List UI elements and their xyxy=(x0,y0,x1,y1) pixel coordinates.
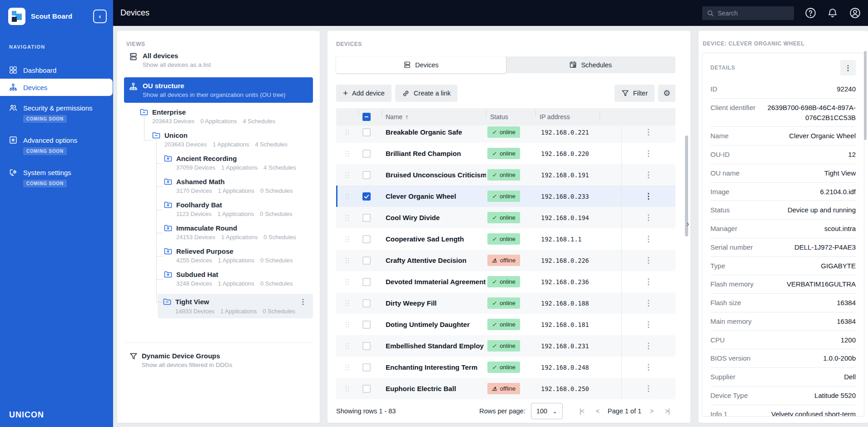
row-kebab-icon[interactable]: ⋮ xyxy=(621,164,675,186)
device-row[interactable]: Enchanting Interesting Term online 192.1… xyxy=(336,357,675,378)
row-checkbox[interactable] xyxy=(362,214,371,222)
drag-handle[interactable] xyxy=(336,215,358,221)
last-page-button[interactable]: >| xyxy=(659,407,675,415)
column-header-ip[interactable]: IP address xyxy=(536,113,600,121)
device-row[interactable]: Devoted Immaterial Agreement online 192.… xyxy=(336,271,675,292)
row-checkbox[interactable] xyxy=(362,235,371,243)
sidebar-collapse-button[interactable]: ‹ xyxy=(93,10,107,23)
folder-icon[interactable] xyxy=(164,178,172,186)
row-checkbox[interactable] xyxy=(362,256,371,265)
help-icon[interactable] xyxy=(804,7,816,19)
search-input[interactable] xyxy=(718,10,789,17)
ou-tree-node[interactable]: Immaculate Round 24153 Devices1 Applicat… xyxy=(164,224,313,241)
tab-devices[interactable]: Devices xyxy=(336,56,506,73)
device-row[interactable]: Crafty Attentive Decision offline 192.16… xyxy=(336,250,675,271)
device-row[interactable]: Euphoric Electric Ball offline 192.168.0… xyxy=(336,378,675,399)
rows-per-page-select[interactable]: 100 ⌄ xyxy=(531,403,563,419)
row-checkbox[interactable] xyxy=(362,278,371,286)
row-kebab-icon[interactable]: ⋮ xyxy=(621,143,675,164)
row-checkbox[interactable] xyxy=(362,128,371,136)
row-checkbox[interactable] xyxy=(362,192,371,201)
ou-tree-node[interactable]: Enterprise 203643 Devices0 Applications4… xyxy=(140,108,313,125)
row-checkbox[interactable] xyxy=(362,321,371,329)
folder-icon[interactable] xyxy=(163,298,171,306)
device-row[interactable]: Embellished Standard Employ online 192.1… xyxy=(336,335,675,357)
device-row[interactable]: Brilliant Red Champion online 192.168.0.… xyxy=(336,143,675,164)
add-device-button[interactable]: + Add device xyxy=(336,85,392,102)
row-kebab-icon[interactable]: ⋮ xyxy=(621,292,675,314)
drag-handle[interactable] xyxy=(336,151,358,156)
row-kebab-icon[interactable]: ⋮ xyxy=(621,378,675,399)
view-all-devices[interactable]: All devices Show all devices as a list xyxy=(124,47,313,73)
drag-handle[interactable] xyxy=(336,172,358,178)
row-kebab-icon[interactable]: ⋮ xyxy=(621,126,675,143)
next-page-button[interactable]: > xyxy=(644,407,659,415)
row-kebab-icon[interactable]: ⋮ xyxy=(621,186,675,207)
folder-icon[interactable] xyxy=(164,225,172,232)
sidebar-item-dashboard[interactable]: Dashboard xyxy=(0,61,113,79)
details-kebab-icon[interactable]: ⋮ xyxy=(840,60,856,75)
ou-tree-node[interactable]: Unicon 203643 Devices1 Applications4 Sch… xyxy=(152,131,313,148)
first-page-button[interactable]: |< xyxy=(574,407,590,415)
folder-icon[interactable] xyxy=(164,201,172,209)
ou-tree-node[interactable]: Subdued Hat 3248 Devices1 Applications0 … xyxy=(164,271,313,287)
device-row[interactable]: Clever Organic Wheel online 192.168.0.23… xyxy=(336,186,675,207)
folder-icon[interactable] xyxy=(164,155,172,162)
row-kebab-icon[interactable]: ⋮ xyxy=(621,335,675,357)
device-row[interactable]: Dirty Weepy Fill online 192.168.0.188 ⋮ xyxy=(336,292,675,314)
view-dynamic-device-groups[interactable]: Dynamic Device Groups Show all devices f… xyxy=(124,352,313,368)
row-kebab-icon[interactable]: ⋮ xyxy=(621,207,675,228)
kebab-menu-icon[interactable]: ⋮ xyxy=(298,297,308,306)
drag-handle[interactable] xyxy=(336,301,358,306)
ou-tree-node[interactable]: Ancient Recording 37059 Devices1 Applica… xyxy=(164,155,313,171)
drag-handle[interactable] xyxy=(336,365,358,370)
column-header-name[interactable]: Name↑ xyxy=(382,113,486,121)
account-icon[interactable] xyxy=(849,7,861,19)
drag-handle[interactable] xyxy=(336,279,358,285)
drag-handle[interactable] xyxy=(336,343,358,349)
row-checkbox[interactable] xyxy=(362,385,371,393)
device-row[interactable]: Breakable Organic Safe online 192.168.0.… xyxy=(336,126,675,143)
row-kebab-icon[interactable]: ⋮ xyxy=(621,357,675,378)
row-checkbox[interactable] xyxy=(362,171,371,179)
drag-handle[interactable] xyxy=(336,194,358,199)
table-settings-gear-icon[interactable]: ⚙ xyxy=(658,85,675,102)
ou-tree-node[interactable]: Ashamed Math 3170 Devices1 Applications0… xyxy=(164,178,313,194)
row-checkbox[interactable] xyxy=(362,342,371,350)
ou-tree-node[interactable]: Tight View ⋮ 14933 Devices1 Applications… xyxy=(158,294,313,318)
row-checkbox[interactable] xyxy=(362,363,371,372)
row-kebab-icon[interactable]: ⋮ xyxy=(621,250,675,271)
drag-handle[interactable] xyxy=(336,236,358,242)
device-row[interactable]: Bruised Unconscious Criticism online 192… xyxy=(336,164,675,186)
details-scrollbar[interactable] xyxy=(864,51,867,140)
row-kebab-icon[interactable]: ⋮ xyxy=(621,271,675,292)
row-kebab-icon[interactable]: ⋮ xyxy=(621,228,675,250)
notifications-bell-icon[interactable] xyxy=(827,7,838,19)
tab-schedules[interactable]: Schedules xyxy=(506,56,676,73)
device-row[interactable]: Cool Wiry Divide online 192.168.0.194 ⋮ xyxy=(336,207,675,228)
ou-tree-node[interactable]: Relieved Purpose 4255 Devices1 Applicati… xyxy=(164,247,313,264)
select-all-checkbox[interactable] xyxy=(362,113,371,121)
search-box[interactable] xyxy=(702,6,794,20)
sidebar-item-system-settings[interactable]: System settings COMING SOON xyxy=(0,164,113,193)
view-ou-structure[interactable]: OU structure Show all devices in their o… xyxy=(124,77,313,103)
device-row[interactable]: Cooperative Sad Length online 192.168.1.… xyxy=(336,228,675,250)
sidebar-item-security-permissions[interactable]: Security & permissions COMING SOON xyxy=(0,100,113,128)
panel-expander-chevron-icon[interactable]: › xyxy=(686,219,693,229)
sidebar-item-advanced-options[interactable]: Advanced options COMING SOON xyxy=(0,132,113,161)
sidebar-item-devices[interactable]: Devices xyxy=(0,79,113,96)
create-link-button[interactable]: Create a link xyxy=(395,85,457,102)
prev-page-button[interactable]: < xyxy=(590,407,605,415)
column-header-status[interactable]: Status xyxy=(486,113,536,121)
row-checkbox[interactable] xyxy=(362,299,371,307)
device-row[interactable]: Doting Untimely Daughter online 192.168.… xyxy=(336,314,675,335)
folder-icon[interactable] xyxy=(164,271,172,278)
row-checkbox[interactable] xyxy=(362,150,371,158)
ou-tree-node[interactable]: Foolhardy Bat 1123 Devices1 Applications… xyxy=(164,201,313,217)
drag-handle[interactable] xyxy=(336,386,358,392)
row-kebab-icon[interactable]: ⋮ xyxy=(621,314,675,335)
filter-button[interactable]: Filter xyxy=(615,85,655,102)
drag-handle[interactable] xyxy=(336,130,358,135)
drag-handle[interactable] xyxy=(336,258,358,263)
folder-icon[interactable] xyxy=(164,248,172,255)
